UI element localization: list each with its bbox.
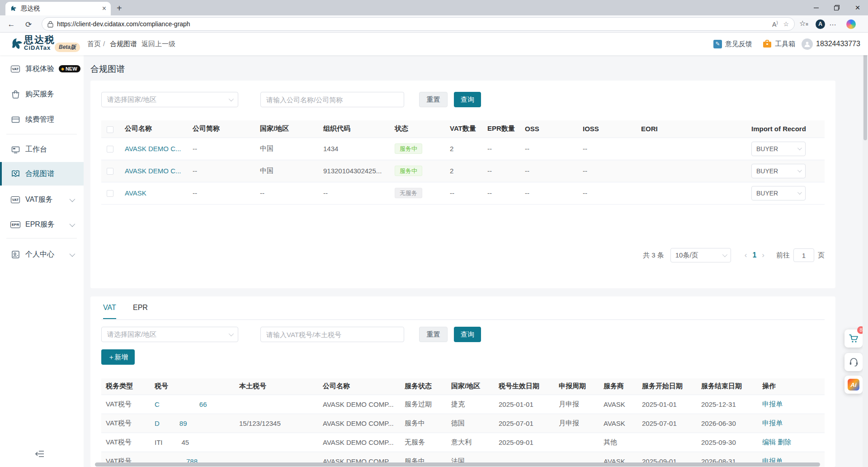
ai-assistant-button[interactable]: Ai xyxy=(844,376,863,394)
horizontal-scrollbar[interactable] xyxy=(95,462,832,467)
pagination: 共 3 条 10条/页 ‹ 1 › 前往 页 xyxy=(643,248,825,262)
goto-page-input[interactable] xyxy=(793,248,814,262)
favorites-bar-icon[interactable]: ☆≡ xyxy=(799,19,808,28)
company-search-input[interactable] xyxy=(260,92,404,107)
address-bar[interactable]: https://client-dev.cidatax.com/complianc… xyxy=(42,17,795,31)
toolbox-button[interactable]: 工具箱 xyxy=(763,40,795,48)
declaration-link[interactable]: 申报单 xyxy=(762,419,783,427)
new-badge: ◆NEW xyxy=(59,65,80,72)
row-checkbox[interactable] xyxy=(107,190,113,197)
current-page[interactable]: 1 xyxy=(752,251,756,259)
lock-icon xyxy=(47,21,53,28)
table-row: VAT税号 C66 AVASK DEMO COMP... 服务过期 捷克 202… xyxy=(101,395,825,414)
shopping-bag-icon xyxy=(11,90,20,99)
chevron-down-icon xyxy=(797,146,802,150)
tab-close-icon[interactable]: × xyxy=(102,5,106,12)
account-menu[interactable]: 18324433773 xyxy=(802,38,860,50)
copilot-icon[interactable] xyxy=(846,19,856,29)
edit-link[interactable]: 编辑 xyxy=(762,438,776,446)
row-checkbox[interactable] xyxy=(107,146,113,152)
sidebar-item-compliance-graph[interactable]: 合规图谱 xyxy=(0,162,84,186)
import-of-record-select[interactable]: BUYER xyxy=(751,186,806,200)
vat-calculator-icon: VAT xyxy=(11,64,20,73)
pagination-total: 共 3 条 xyxy=(643,251,664,260)
import-of-record-select[interactable]: BUYER xyxy=(751,164,806,178)
tax-country-select[interactable]: 请选择国家/地区 xyxy=(101,327,238,342)
back-to-parent-link[interactable]: 返回上一级 xyxy=(142,40,175,48)
extension-icon[interactable]: A xyxy=(816,19,825,29)
sidebar-item-personal-center[interactable]: 个人中心 xyxy=(0,243,84,266)
browser-tab[interactable]: 思达税 × xyxy=(5,2,111,15)
account-number: 18324433773 xyxy=(816,40,860,48)
sidebar-item-workbench[interactable]: 工作台 xyxy=(0,138,84,161)
table-header-row: 税务类型 税号 本土税号 公司名称 服务状态 国家/地区 税号生效日期 申报周期… xyxy=(101,378,825,395)
scrollbar-thumb[interactable] xyxy=(95,462,820,467)
country-select[interactable]: 请选择国家/地区 xyxy=(101,92,238,107)
tab-vat[interactable]: VAT xyxy=(103,304,116,319)
chevron-down-icon xyxy=(797,168,802,172)
next-page-icon[interactable]: › xyxy=(762,251,764,260)
tax-number-link[interactable]: D89 xyxy=(155,419,187,427)
refresh-icon[interactable]: ⟳ xyxy=(23,19,34,30)
tab-title: 思达税 xyxy=(21,5,102,13)
sidebar-item-vat-services[interactable]: VAT VAT服务 xyxy=(0,188,84,211)
table-row: VAT税号 ITI45 AVASK DEMO COMP... 无服务 意大利 2… xyxy=(101,433,825,452)
tax-number-link[interactable]: C66 xyxy=(155,400,207,408)
breadcrumb-home[interactable]: 首页 xyxy=(87,40,101,48)
favorite-star-icon[interactable]: ☆ xyxy=(783,20,789,28)
sidebar: VAT 算税体验 ◆NEW 购买服务 续费管理 工作台 合规图谱 VAT VAT… xyxy=(0,33,84,467)
query-button[interactable]: 查询 xyxy=(454,92,481,107)
sidebar-item-epr-services[interactable]: EPR EPR服务 xyxy=(0,213,84,236)
company-name-link[interactable]: AVASK DEMO C... xyxy=(125,167,181,175)
headset-icon xyxy=(849,357,859,367)
new-tab-icon[interactable]: + xyxy=(117,3,122,14)
maximize-icon[interactable] xyxy=(826,0,847,15)
browser-window: 思达税 × + × ← ⟳ https://client-dev.cidatax… xyxy=(0,0,868,467)
table-row: AVASK DEMO C... -- 中国 91320104302425... … xyxy=(101,160,825,182)
minimize-icon[interactable] xyxy=(806,0,826,15)
reset-button[interactable]: 重置 xyxy=(419,92,448,107)
user-card-icon xyxy=(11,250,20,259)
sidebar-item-renewal[interactable]: 续费管理 xyxy=(0,108,84,131)
beta-badge: Beta版 xyxy=(55,43,80,52)
import-of-record-select[interactable]: BUYER xyxy=(751,142,806,156)
browser-toolbar: ← ⟳ https://client-dev.cidatax.com/compl… xyxy=(0,15,868,33)
app-header: 思达税 CiDATax Beta版 首页 / 合规图谱 返回上一级 ✎ 意见反馈… xyxy=(0,33,868,55)
tax-query-button[interactable]: 查询 xyxy=(454,327,481,342)
table-row: AVASK DEMO C... -- 中国 1434 服务中 2 -- -- -… xyxy=(101,138,825,160)
tax-search-input[interactable] xyxy=(260,327,404,342)
chevron-down-icon xyxy=(229,331,234,336)
support-chat-button[interactable] xyxy=(844,353,863,371)
tax-table: 税务类型 税号 本土税号 公司名称 服务状态 国家/地区 税号生效日期 申报周期… xyxy=(101,378,825,467)
select-all-checkbox[interactable] xyxy=(107,126,113,133)
tab-epr[interactable]: EPR xyxy=(133,304,148,318)
company-name-link[interactable]: AVASK DEMO C... xyxy=(125,145,181,152)
row-checkbox[interactable] xyxy=(107,168,113,175)
breadcrumb-current[interactable]: 合规图谱 xyxy=(110,40,137,48)
table-row: VAT税号 D89 15/123/12345 AVASK DEMO COMP..… xyxy=(101,414,825,433)
chevron-down-icon xyxy=(722,252,727,257)
read-aloud-icon[interactable]: A) xyxy=(772,20,778,28)
chevron-down-icon xyxy=(229,96,234,101)
sidebar-divider xyxy=(6,238,77,238)
tax-reset-button[interactable]: 重置 xyxy=(419,327,448,342)
add-button[interactable]: ＋新增 xyxy=(101,349,135,365)
app-logo[interactable]: 思达税 CiDATax xyxy=(24,35,55,51)
company-section: 请选择国家/地区 重置 查询 公司名称 公司简称 国家/地区 组织代码 状态 V… xyxy=(90,81,835,288)
vertical-scrollbar[interactable] xyxy=(863,33,868,467)
sidebar-item-buy-services[interactable]: 购买服务 xyxy=(0,82,84,106)
chevron-down-icon xyxy=(70,196,75,202)
back-icon[interactable]: ← xyxy=(5,19,17,30)
close-icon[interactable]: × xyxy=(847,0,868,15)
collapse-sidebar-icon[interactable] xyxy=(35,450,44,459)
page-size-select[interactable]: 10条/页 xyxy=(670,248,731,262)
declaration-link[interactable]: 申报单 xyxy=(762,400,783,408)
chevron-down-icon xyxy=(797,190,802,195)
more-options-icon[interactable]: … xyxy=(829,19,837,27)
cart-button[interactable]: 8 xyxy=(844,329,863,348)
feedback-button[interactable]: ✎ 意见反馈 xyxy=(713,40,752,48)
delete-link[interactable]: 删除 xyxy=(778,438,791,446)
company-name-link[interactable]: AVASK xyxy=(125,189,146,197)
sidebar-item-tax-experience[interactable]: VAT 算税体验 ◆NEW xyxy=(0,57,84,81)
prev-page-icon[interactable]: ‹ xyxy=(745,251,747,260)
